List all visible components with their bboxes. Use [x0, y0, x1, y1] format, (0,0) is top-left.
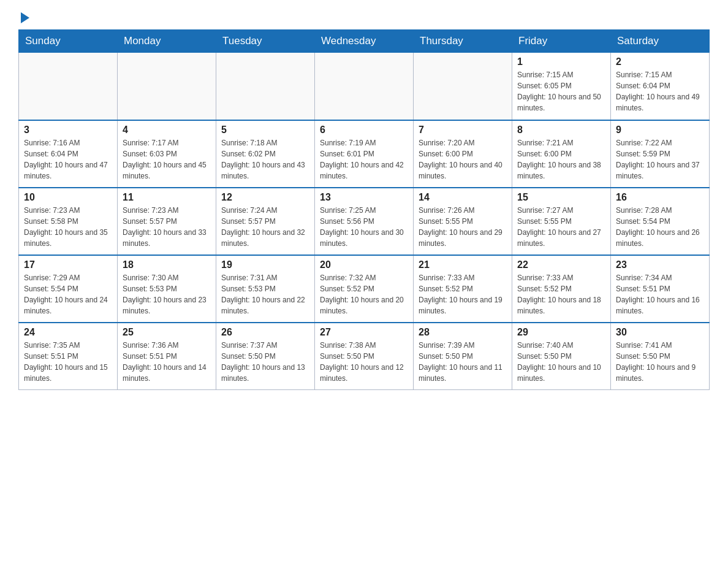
day-info: Sunrise: 7:16 AMSunset: 6:04 PMDaylight:… [24, 137, 112, 182]
day-info: Sunrise: 7:33 AMSunset: 5:52 PMDaylight:… [419, 272, 507, 316]
day-number: 10 [24, 192, 112, 203]
calendar-day-cell: 25Sunrise: 7:36 AMSunset: 5:51 PMDayligh… [118, 323, 216, 390]
calendar-day-cell: 26Sunrise: 7:37 AMSunset: 5:50 PMDayligh… [216, 323, 315, 390]
day-number: 20 [320, 259, 408, 270]
logo-arrow-icon [21, 12, 29, 23]
day-of-week-header: Sunday [19, 30, 118, 53]
day-info: Sunrise: 7:32 AMSunset: 5:52 PMDaylight:… [320, 272, 408, 316]
day-number: 17 [24, 259, 112, 270]
calendar-day-cell: 28Sunrise: 7:39 AMSunset: 5:50 PMDayligh… [414, 323, 512, 390]
day-info: Sunrise: 7:25 AMSunset: 5:56 PMDaylight:… [320, 205, 408, 249]
day-number: 26 [221, 327, 309, 338]
calendar-day-cell: 21Sunrise: 7:33 AMSunset: 5:52 PMDayligh… [414, 255, 512, 323]
day-info: Sunrise: 7:41 AMSunset: 5:50 PMDaylight:… [616, 340, 704, 384]
logo [18, 12, 29, 23]
day-number: 6 [320, 124, 408, 136]
calendar-week-row: 24Sunrise: 7:35 AMSunset: 5:51 PMDayligh… [19, 323, 710, 390]
calendar-day-cell: 19Sunrise: 7:31 AMSunset: 5:53 PMDayligh… [216, 255, 315, 323]
calendar-day-cell: 3Sunrise: 7:16 AMSunset: 6:04 PMDaylight… [19, 120, 118, 188]
day-number: 5 [221, 124, 309, 136]
day-info: Sunrise: 7:31 AMSunset: 5:53 PMDaylight:… [221, 272, 309, 316]
calendar-week-row: 1Sunrise: 7:15 AMSunset: 6:05 PMDaylight… [19, 53, 710, 120]
day-number: 3 [24, 124, 112, 136]
day-of-week-header: Thursday [414, 30, 512, 53]
day-number: 8 [517, 124, 605, 136]
calendar-header-row: SundayMondayTuesdayWednesdayThursdayFrid… [19, 30, 710, 53]
day-info: Sunrise: 7:37 AMSunset: 5:50 PMDaylight:… [221, 340, 309, 384]
day-info: Sunrise: 7:27 AMSunset: 5:55 PMDaylight:… [517, 205, 605, 249]
day-number: 2 [616, 56, 704, 67]
calendar-day-cell: 23Sunrise: 7:34 AMSunset: 5:51 PMDayligh… [611, 255, 710, 323]
day-info: Sunrise: 7:24 AMSunset: 5:57 PMDaylight:… [221, 205, 309, 249]
day-info: Sunrise: 7:29 AMSunset: 5:54 PMDaylight:… [24, 272, 112, 316]
day-info: Sunrise: 7:17 AMSunset: 6:03 PMDaylight:… [123, 137, 211, 182]
day-number: 16 [616, 192, 704, 203]
day-info: Sunrise: 7:26 AMSunset: 5:55 PMDaylight:… [419, 205, 507, 249]
calendar-day-cell [315, 53, 414, 120]
day-info: Sunrise: 7:23 AMSunset: 5:57 PMDaylight:… [123, 205, 211, 249]
day-number: 21 [419, 259, 507, 270]
day-number: 18 [123, 259, 211, 270]
day-number: 27 [320, 327, 408, 338]
day-info: Sunrise: 7:23 AMSunset: 5:58 PMDaylight:… [24, 205, 112, 249]
calendar-day-cell: 1Sunrise: 7:15 AMSunset: 6:05 PMDaylight… [512, 53, 611, 120]
calendar-day-cell: 16Sunrise: 7:28 AMSunset: 5:54 PMDayligh… [611, 188, 710, 255]
day-info: Sunrise: 7:20 AMSunset: 6:00 PMDaylight:… [419, 137, 507, 182]
calendar-week-row: 17Sunrise: 7:29 AMSunset: 5:54 PMDayligh… [19, 255, 710, 323]
calendar-day-cell [216, 53, 315, 120]
calendar-day-cell: 29Sunrise: 7:40 AMSunset: 5:50 PMDayligh… [512, 323, 611, 390]
calendar-day-cell: 22Sunrise: 7:33 AMSunset: 5:52 PMDayligh… [512, 255, 611, 323]
day-number: 1 [517, 56, 605, 67]
day-info: Sunrise: 7:15 AMSunset: 6:05 PMDaylight:… [517, 69, 605, 113]
calendar-day-cell: 13Sunrise: 7:25 AMSunset: 5:56 PMDayligh… [315, 188, 414, 255]
calendar-day-cell: 14Sunrise: 7:26 AMSunset: 5:55 PMDayligh… [414, 188, 512, 255]
day-number: 15 [517, 192, 605, 203]
day-number: 25 [123, 327, 211, 338]
day-of-week-header: Friday [512, 30, 611, 53]
day-of-week-header: Saturday [611, 30, 710, 53]
day-number: 30 [616, 327, 704, 338]
day-of-week-header: Wednesday [315, 30, 414, 53]
calendar-day-cell: 15Sunrise: 7:27 AMSunset: 5:55 PMDayligh… [512, 188, 611, 255]
day-info: Sunrise: 7:33 AMSunset: 5:52 PMDaylight:… [517, 272, 605, 316]
day-of-week-header: Tuesday [216, 30, 315, 53]
day-number: 23 [616, 259, 704, 270]
calendar-day-cell: 11Sunrise: 7:23 AMSunset: 5:57 PMDayligh… [118, 188, 216, 255]
calendar-day-cell: 5Sunrise: 7:18 AMSunset: 6:02 PMDaylight… [216, 120, 315, 188]
calendar-day-cell: 12Sunrise: 7:24 AMSunset: 5:57 PMDayligh… [216, 188, 315, 255]
calendar-week-row: 10Sunrise: 7:23 AMSunset: 5:58 PMDayligh… [19, 188, 710, 255]
calendar-day-cell: 8Sunrise: 7:21 AMSunset: 6:00 PMDaylight… [512, 120, 611, 188]
day-info: Sunrise: 7:34 AMSunset: 5:51 PMDaylight:… [616, 272, 704, 316]
day-number: 7 [419, 124, 507, 136]
calendar-week-row: 3Sunrise: 7:16 AMSunset: 6:04 PMDaylight… [19, 120, 710, 188]
calendar-day-cell: 24Sunrise: 7:35 AMSunset: 5:51 PMDayligh… [19, 323, 118, 390]
calendar-day-cell: 4Sunrise: 7:17 AMSunset: 6:03 PMDaylight… [118, 120, 216, 188]
day-info: Sunrise: 7:40 AMSunset: 5:50 PMDaylight:… [517, 340, 605, 384]
day-number: 4 [123, 124, 211, 136]
calendar-day-cell: 27Sunrise: 7:38 AMSunset: 5:50 PMDayligh… [315, 323, 414, 390]
calendar-day-cell: 30Sunrise: 7:41 AMSunset: 5:50 PMDayligh… [611, 323, 710, 390]
day-info: Sunrise: 7:15 AMSunset: 6:04 PMDaylight:… [616, 69, 704, 113]
calendar-day-cell: 7Sunrise: 7:20 AMSunset: 6:00 PMDaylight… [414, 120, 512, 188]
day-number: 19 [221, 259, 309, 270]
day-number: 28 [419, 327, 507, 338]
day-number: 13 [320, 192, 408, 203]
day-of-week-header: Monday [118, 30, 216, 53]
day-info: Sunrise: 7:39 AMSunset: 5:50 PMDaylight:… [419, 340, 507, 384]
day-info: Sunrise: 7:30 AMSunset: 5:53 PMDaylight:… [123, 272, 211, 316]
calendar-day-cell: 20Sunrise: 7:32 AMSunset: 5:52 PMDayligh… [315, 255, 414, 323]
day-info: Sunrise: 7:28 AMSunset: 5:54 PMDaylight:… [616, 205, 704, 249]
page-header [18, 12, 710, 23]
calendar-day-cell: 2Sunrise: 7:15 AMSunset: 6:04 PMDaylight… [611, 53, 710, 120]
day-number: 9 [616, 124, 704, 136]
day-info: Sunrise: 7:38 AMSunset: 5:50 PMDaylight:… [320, 340, 408, 384]
day-info: Sunrise: 7:18 AMSunset: 6:02 PMDaylight:… [221, 137, 309, 182]
day-number: 12 [221, 192, 309, 203]
day-number: 24 [24, 327, 112, 338]
calendar-day-cell [118, 53, 216, 120]
day-info: Sunrise: 7:22 AMSunset: 5:59 PMDaylight:… [616, 137, 704, 182]
calendar-day-cell: 17Sunrise: 7:29 AMSunset: 5:54 PMDayligh… [19, 255, 118, 323]
calendar-day-cell: 10Sunrise: 7:23 AMSunset: 5:58 PMDayligh… [19, 188, 118, 255]
calendar-table: SundayMondayTuesdayWednesdayThursdayFrid… [18, 29, 710, 390]
day-info: Sunrise: 7:36 AMSunset: 5:51 PMDaylight:… [123, 340, 211, 384]
